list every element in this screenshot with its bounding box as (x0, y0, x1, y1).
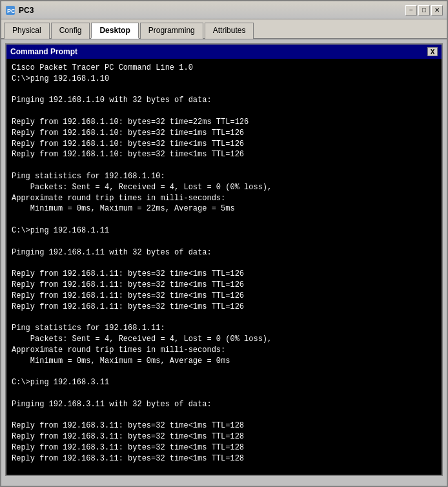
close-button[interactable]: ✕ (431, 5, 443, 16)
window-controls: − □ ✕ (405, 5, 443, 16)
title-bar: PC PC3 − □ ✕ (1, 1, 447, 19)
cmd-window: Command Prompt X Cisco Packet Tracer PC … (5, 43, 443, 476)
minimize-button[interactable]: − (405, 5, 417, 16)
app-icon: PC (5, 5, 15, 16)
svg-text:PC: PC (7, 8, 15, 14)
cmd-output[interactable]: Cisco Packet Tracer PC Command Line 1.0 … (6, 59, 442, 475)
maximize-button[interactable]: □ (418, 5, 430, 16)
tab-desktop[interactable]: Desktop (91, 23, 138, 39)
cmd-title-text: Command Prompt (10, 47, 77, 56)
tab-physical[interactable]: Physical (4, 23, 50, 39)
tab-programming[interactable]: Programming (140, 23, 203, 39)
cmd-title-bar: Command Prompt X (6, 45, 442, 59)
cmd-close-button[interactable]: X (427, 47, 438, 56)
tab-config[interactable]: Config (51, 23, 90, 39)
tab-bar: Physical Config Desktop Programming Attr… (1, 19, 447, 39)
window-title: PC3 (19, 6, 34, 15)
tab-attributes[interactable]: Attributes (205, 23, 254, 39)
